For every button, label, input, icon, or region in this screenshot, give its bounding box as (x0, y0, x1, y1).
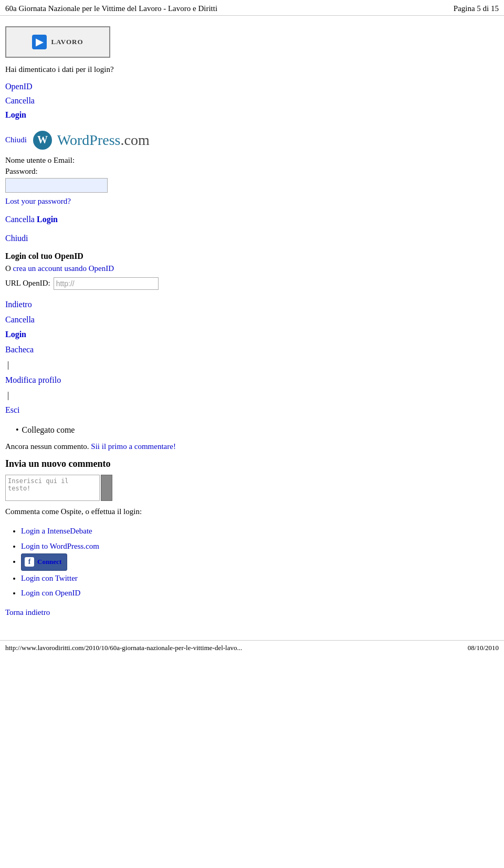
esci-link[interactable]: Esci (5, 403, 499, 418)
list-item-twitter: Login con Twitter (21, 571, 499, 586)
comment-area-row: Inserisci qui il testo! (5, 475, 499, 501)
bacheca-link[interactable]: Bacheca (5, 342, 499, 358)
ancora-main-text: Ancora nessun commento. (5, 442, 89, 451)
openid-url-input[interactable] (54, 277, 159, 290)
invia-section: Invia un nuovo commento Inserisci qui il… (5, 458, 499, 516)
twitter-login-link[interactable]: Login con Twitter (21, 574, 78, 582)
main-content: ▶ LAVORO Hai dimenticato i dati per il l… (0, 21, 504, 630)
login-link-2[interactable]: Login (37, 215, 58, 224)
cancella-link-2[interactable]: Cancella (5, 215, 35, 224)
list-item-intensedebate: Login a IntenseDebate (21, 524, 499, 539)
comment-textarea[interactable]: Inserisci qui il testo! (5, 475, 100, 501)
logo-icon: ▶ (32, 35, 47, 49)
nav-links-section: Indietro Cancella Login Bacheca | Modifi… (5, 297, 499, 418)
collegato-text: Collegato come (22, 425, 75, 435)
wp-brand-suffix: .com (120, 132, 149, 148)
url-row: URL OpenID: (5, 277, 499, 290)
facebook-icon: f (25, 557, 34, 567)
list-item-facebook: f Connect (21, 553, 499, 571)
chiudi-link-1[interactable]: Chiudi (5, 135, 27, 144)
login-nav-link[interactable]: Login (5, 327, 499, 342)
footer-url: http://www.lavorodiritti.com/2010/10/60a… (5, 644, 242, 652)
nome-label: Nome utente o Email: (5, 156, 499, 165)
pipe-1: | (7, 360, 9, 369)
chiudi-link-2[interactable]: Chiudi (5, 234, 28, 243)
openid-links-section: OpenID Cancella Login (5, 79, 499, 122)
ancora-commento: Ancora nessun commento. Sii il primo a c… (5, 442, 499, 451)
create-openid-link[interactable]: crea un account usando OpenID (13, 264, 114, 273)
bullet-icon: • (16, 425, 19, 435)
facebook-connect-label: Connect (37, 556, 61, 569)
intensedebate-link[interactable]: Login a IntenseDebate (21, 527, 92, 535)
torna-indietro-section: Torna indietro (5, 608, 499, 617)
cancella-login-section: Cancella Login (5, 212, 499, 226)
logo-text: LAVORO (51, 38, 83, 46)
footer-bar: http://www.lavorodiritti.com/2010/10/60a… (0, 640, 504, 655)
invia-title: Invia un nuovo commento (5, 458, 499, 469)
bacheca-row: Bacheca | Modifica profilo | Esci (5, 342, 499, 418)
url-label: URL OpenID: (5, 279, 50, 288)
modifica-profilo-link[interactable]: Modifica profilo (5, 373, 499, 388)
svg-text:W: W (37, 134, 48, 145)
page-title: 60a Giornata Nazionale per le Vittime de… (5, 4, 217, 13)
page-info: Pagina 5 di 15 (454, 4, 499, 13)
cancella-login-nav: Cancella Login (5, 312, 499, 343)
cancella-link-1[interactable]: Cancella (5, 93, 499, 108)
indietro-link[interactable]: Indietro (5, 297, 499, 312)
openid-link[interactable]: OpenID (5, 79, 499, 93)
list-item-wordpress: Login to WordPress.com (21, 539, 499, 554)
torna-indietro-link[interactable]: Torna indietro (5, 608, 50, 616)
collegato-item: • Collegato come (16, 425, 499, 435)
footer-date: 08/10/2010 (468, 644, 499, 652)
password-label: Password: (5, 167, 499, 176)
openid-section: Login col tuo OpenID O crea un account u… (5, 252, 499, 290)
wp-brand-name: WordPress.com (57, 132, 150, 149)
login-options-list: Login a IntenseDebate Login to WordPress… (21, 524, 499, 601)
openid-create-text: O crea un account usando OpenID (5, 264, 499, 273)
header-bar: 60a Giornata Nazionale per le Vittime de… (0, 0, 504, 16)
list-item-openid: Login con OpenID (21, 585, 499, 601)
logo-box: ▶ LAVORO (5, 26, 110, 58)
chiudi-standalone: Chiudi (5, 234, 499, 243)
facebook-connect-button[interactable]: f Connect (21, 553, 67, 571)
wp-header: Chiudi W WordPress.com (5, 130, 499, 151)
openid-login-link[interactable]: Login con OpenID (21, 589, 80, 597)
password-input[interactable] (5, 178, 108, 193)
openid-login-line: Cancella Login (5, 93, 499, 122)
cancella-nav-link[interactable]: Cancella (5, 312, 499, 328)
wp-logo-icon: W (32, 130, 53, 151)
login-link-1[interactable]: Login (5, 108, 499, 122)
primo-commentare-link[interactable]: Sii il primo a commentare! (91, 442, 176, 451)
lost-password-link[interactable]: Lost your password? (5, 197, 71, 205)
comment-submit-button[interactable] (101, 475, 112, 501)
wordpress-login-link[interactable]: Login to WordPress.com (21, 542, 99, 550)
commenta-text: Commenta come Ospite, o effettua il logi… (5, 507, 499, 516)
openid-section-title: Login col tuo OpenID (5, 252, 499, 261)
pipe-2: | (7, 391, 9, 400)
collegato-section: • Collegato come (5, 425, 499, 435)
wordpress-section: Chiudi W WordPress.com Nome utente o Ema… (5, 130, 499, 243)
forgot-password-text: Hai dimenticato i dati per il login? (5, 65, 499, 74)
lost-password-text: Lost your password? (5, 197, 499, 206)
